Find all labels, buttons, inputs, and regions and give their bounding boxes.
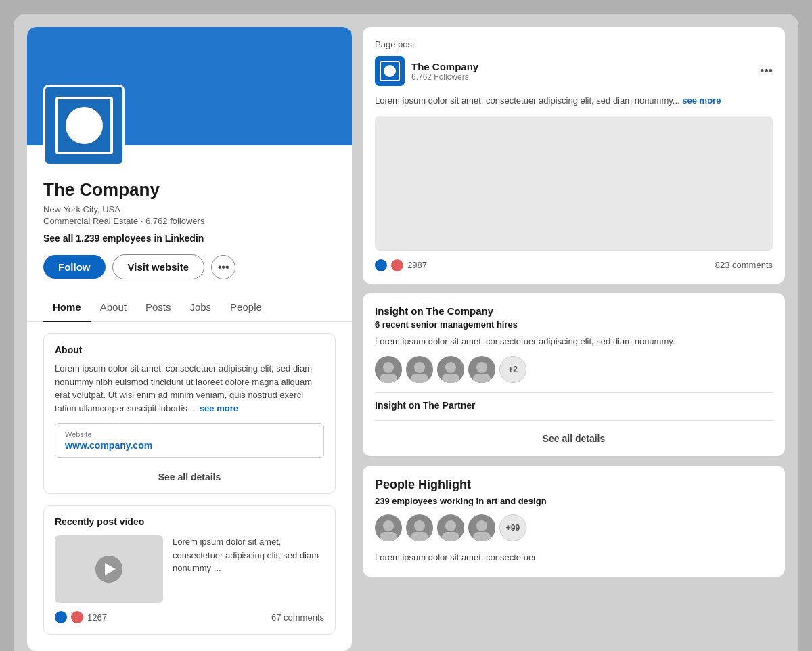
people-avatar-body-4 <box>473 532 491 541</box>
people-highlight-subtitle: 239 employees working in art and design <box>375 496 773 506</box>
insight-divider-2 <box>375 420 773 421</box>
post-reaction-red-icon <box>391 259 403 271</box>
insight-card: Insight on The Company 6 recent senior m… <box>363 293 785 457</box>
left-content: The Company New York City, USA Commercia… <box>27 145 352 322</box>
company-logo <box>43 85 125 166</box>
tab-about[interactable]: About <box>91 293 136 322</box>
reaction-red-icon <box>71 611 83 623</box>
left-panel: The Company New York City, USA Commercia… <box>27 27 352 651</box>
avatar-head-2 <box>414 362 425 373</box>
video-reactions: 1267 <box>55 611 107 623</box>
post-logo-inner <box>380 61 400 81</box>
video-card-title: Recently post video <box>55 516 324 527</box>
more-options-button[interactable]: ••• <box>211 255 235 279</box>
video-reaction-count: 1267 <box>87 612 107 623</box>
avatar-person-2 <box>406 356 433 383</box>
avatar-body-3 <box>442 374 459 383</box>
tab-jobs[interactable]: Jobs <box>180 293 221 322</box>
insight-desc: Lorem ipsum dolor sit amet, consectetuer… <box>375 335 773 349</box>
people-avatar-plus: +99 <box>499 514 526 541</box>
people-avatar-person-4 <box>468 514 495 541</box>
page-post-label: Page post <box>375 39 773 49</box>
people-avatar-body-3 <box>442 532 459 541</box>
people-highlight-card: People Highlight 239 employees working i… <box>363 466 785 577</box>
video-comments-count: 67 comments <box>271 612 324 623</box>
people-avatar-1 <box>375 514 402 541</box>
people-avatar-person-3 <box>437 514 464 541</box>
avatar-4 <box>468 356 495 383</box>
video-thumbnail[interactable] <box>55 535 163 603</box>
avatar-head-4 <box>476 362 487 373</box>
people-avatar-head-4 <box>476 520 487 531</box>
avatar-3 <box>437 356 464 383</box>
insight-avatars: +2 <box>375 356 773 383</box>
nav-tabs: Home About Posts Jobs People <box>27 293 352 322</box>
post-company-info: The Company 6.762 Followers <box>375 56 478 86</box>
post-header: The Company 6.762 Followers ••• <box>375 56 773 86</box>
people-avatar-body-1 <box>380 532 397 541</box>
people-avatar-3 <box>437 514 464 541</box>
people-highlight-title: People Highlight <box>375 478 773 492</box>
company-name: The Company <box>43 179 336 200</box>
logo-circle <box>66 107 103 144</box>
insight-subtitle: 6 recent senior management hires <box>375 319 773 330</box>
about-card: About Lorem ipsum dolor sit amet, consec… <box>43 333 336 494</box>
video-card: Recently post video Lorem ipsum dolor si… <box>43 505 336 635</box>
post-see-more[interactable]: see more <box>682 95 721 106</box>
tab-home[interactable]: Home <box>43 293 91 322</box>
website-url[interactable]: www.company.com <box>65 440 314 451</box>
post-more-options[interactable]: ••• <box>760 64 773 78</box>
post-company-name: The Company <box>411 61 478 72</box>
avatar-person-3 <box>437 356 464 383</box>
post-image <box>375 116 773 251</box>
post-logo <box>375 56 405 86</box>
avatar-1 <box>375 356 402 383</box>
play-icon <box>105 563 116 575</box>
follow-button[interactable]: Follow <box>43 255 106 279</box>
insight-title: Insight on The Company <box>375 305 773 317</box>
avatar-person-1 <box>375 356 402 383</box>
people-avatar-body-2 <box>411 532 428 541</box>
cover-photo <box>27 27 352 145</box>
about-card-title: About <box>55 344 324 355</box>
visit-website-button[interactable]: Visit website <box>112 254 205 279</box>
post-reaction-blue-icon <box>375 259 387 271</box>
about-see-more[interactable]: see more <box>200 403 238 413</box>
logo-inner <box>55 97 113 154</box>
people-avatar-4 <box>468 514 495 541</box>
post-followers: 6.762 Followers <box>411 72 478 82</box>
video-row: Lorem ipsum dolor sit amet, consectetuer… <box>55 535 324 603</box>
about-see-all-details[interactable]: See all details <box>55 466 324 482</box>
people-avatar-head-3 <box>445 520 456 531</box>
video-description: Lorem ipsum dolor sit amet, consectetuer… <box>173 535 324 603</box>
people-avatar-head-1 <box>383 520 394 531</box>
insight-divider <box>375 392 773 393</box>
avatar-head-3 <box>445 362 456 373</box>
play-button[interactable] <box>95 556 122 583</box>
reaction-blue-icon <box>55 611 67 623</box>
people-description: Lorem ipsum dolor sit amet, consectetuer <box>375 551 773 564</box>
people-avatar-head-2 <box>414 520 425 531</box>
avatar-plus-insight: +2 <box>499 356 526 383</box>
post-reaction-count: 2987 <box>407 260 427 270</box>
post-reactions: 2987 <box>375 259 427 271</box>
company-location: New York City, USA <box>43 204 336 215</box>
main-wrapper: The Company New York City, USA Commercia… <box>14 14 798 651</box>
page-post-card: Page post The Company 6.762 Followers ••… <box>363 27 785 284</box>
post-text: Lorem ipsum dolor sit amet, consectetuer… <box>375 94 773 108</box>
avatar-2 <box>406 356 433 383</box>
website-label: Website <box>65 430 314 439</box>
insight-see-all-details[interactable]: See all details <box>375 428 773 444</box>
tab-posts[interactable]: Posts <box>136 293 181 322</box>
people-avatar-person-1 <box>375 514 402 541</box>
avatar-body-4 <box>473 374 491 383</box>
post-logo-circle <box>384 65 396 77</box>
employees-link[interactable]: See all 1.239 employees in Linkedin <box>43 233 336 244</box>
avatar-body-1 <box>380 374 397 383</box>
avatar-person-4 <box>468 356 495 383</box>
tab-people[interactable]: People <box>221 293 271 322</box>
avatar-body-2 <box>411 374 428 383</box>
action-buttons: Follow Visit website ••• <box>43 254 336 279</box>
about-card-body: Lorem ipsum dolor sit amet, consectetuer… <box>55 362 324 415</box>
people-avatar-person-2 <box>406 514 433 541</box>
